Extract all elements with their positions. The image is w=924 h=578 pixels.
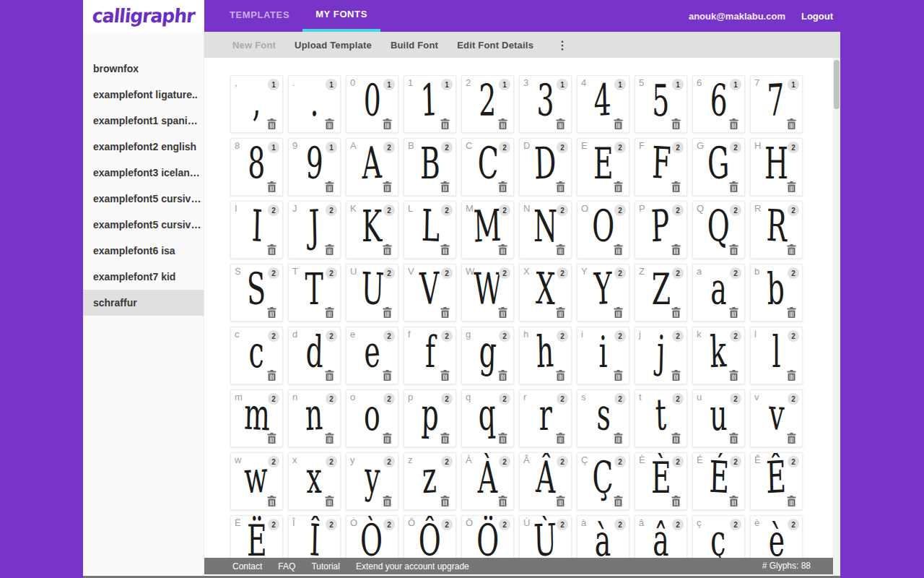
glyph-card[interactable]: f2f bbox=[404, 327, 456, 384]
glyph-card[interactable]: Y2Y bbox=[577, 264, 629, 322]
footer-link-faq[interactable]: FAQ bbox=[278, 561, 295, 571]
sidebar-item-examplefont2-english[interactable]: examplefont2 english bbox=[83, 134, 204, 160]
glyph-card[interactable]: j2j bbox=[635, 327, 687, 384]
glyph-card[interactable]: É2É bbox=[692, 452, 745, 510]
scrollbar-thumb[interactable] bbox=[834, 60, 840, 109]
delete-glyph-button[interactable] bbox=[671, 370, 681, 381]
delete-glyph-button[interactable] bbox=[325, 244, 334, 255]
glyph-card[interactable]: S2S bbox=[230, 264, 283, 322]
glyph-card[interactable]: h2h bbox=[519, 327, 572, 384]
glyph-card[interactable]: À2À bbox=[461, 452, 514, 510]
delete-glyph-button[interactable] bbox=[267, 244, 276, 255]
sidebar-item-schraffur[interactable]: schraffur bbox=[83, 290, 204, 316]
delete-glyph-button[interactable] bbox=[267, 433, 276, 444]
glyph-card[interactable]: g2g bbox=[461, 327, 514, 384]
build-font-button[interactable]: Build Font bbox=[391, 40, 438, 51]
glyph-card[interactable]: D2D bbox=[519, 138, 572, 196]
upload-template-button[interactable]: Upload Template bbox=[295, 40, 372, 51]
delete-glyph-button[interactable] bbox=[614, 307, 623, 318]
glyph-card[interactable]: G2G bbox=[692, 138, 745, 196]
delete-glyph-button[interactable] bbox=[614, 370, 623, 381]
glyph-card[interactable]: r2r bbox=[519, 389, 572, 447]
glyph-card[interactable]: 818 bbox=[230, 138, 283, 196]
logout-button[interactable]: Logout bbox=[801, 11, 833, 22]
delete-glyph-button[interactable] bbox=[267, 118, 276, 129]
glyph-card[interactable]: m2m bbox=[230, 389, 283, 447]
delete-glyph-button[interactable] bbox=[787, 118, 796, 129]
delete-glyph-button[interactable] bbox=[787, 181, 796, 192]
glyph-card[interactable]: F2F bbox=[635, 138, 687, 196]
delete-glyph-button[interactable] bbox=[787, 496, 796, 506]
glyph-card[interactable]: 515 bbox=[635, 75, 687, 133]
glyph-card[interactable]: A2A bbox=[346, 138, 398, 196]
glyph-card[interactable]: H2H bbox=[750, 138, 803, 196]
glyph-card[interactable]: z2z bbox=[404, 452, 456, 510]
footer-link-tutorial[interactable]: Tutorial bbox=[311, 561, 340, 571]
glyph-card[interactable]: ,1, bbox=[230, 75, 283, 133]
glyph-card[interactable]: 010 bbox=[346, 75, 398, 133]
delete-glyph-button[interactable] bbox=[267, 181, 276, 192]
delete-glyph-button[interactable] bbox=[383, 118, 392, 129]
glyph-card[interactable]: i2i bbox=[577, 327, 629, 384]
delete-glyph-button[interactable] bbox=[325, 433, 334, 444]
delete-glyph-button[interactable] bbox=[671, 307, 681, 318]
sidebar-item-examplefont7-kid[interactable]: examplefont7 kid bbox=[83, 264, 204, 290]
delete-glyph-button[interactable] bbox=[671, 181, 681, 192]
sidebar-item-examplefont3-icelan[interactable]: examplefont3 icelan… bbox=[83, 160, 204, 186]
glyph-card[interactable]: w2w bbox=[230, 452, 283, 510]
delete-glyph-button[interactable] bbox=[614, 181, 623, 192]
delete-glyph-button[interactable] bbox=[729, 307, 738, 318]
glyph-card[interactable]: 111 bbox=[404, 75, 456, 133]
delete-glyph-button[interactable] bbox=[556, 370, 565, 381]
tab-templates[interactable]: TEMPLATES bbox=[217, 0, 302, 32]
delete-glyph-button[interactable] bbox=[556, 118, 565, 129]
glyph-card[interactable]: E2E bbox=[577, 138, 629, 196]
glyph-card[interactable]: Â2Â bbox=[519, 452, 572, 510]
delete-glyph-button[interactable] bbox=[383, 181, 392, 192]
glyph-card[interactable]: 717 bbox=[750, 75, 803, 133]
logo[interactable]: calligraphr bbox=[83, 0, 204, 32]
delete-glyph-button[interactable] bbox=[729, 181, 738, 192]
delete-glyph-button[interactable] bbox=[498, 307, 507, 318]
glyph-card[interactable]: M2M bbox=[461, 201, 514, 259]
delete-glyph-button[interactable] bbox=[787, 433, 796, 444]
delete-glyph-button[interactable] bbox=[614, 496, 623, 506]
delete-glyph-button[interactable] bbox=[440, 244, 450, 255]
glyph-card[interactable]: v2v bbox=[750, 389, 803, 447]
glyph-card[interactable]: L2L bbox=[404, 201, 456, 259]
glyph-card[interactable]: u2u bbox=[692, 389, 745, 447]
glyph-card[interactable]: a2a bbox=[692, 264, 745, 322]
footer-link-contact[interactable]: Contact bbox=[232, 561, 262, 571]
delete-glyph-button[interactable] bbox=[787, 370, 796, 381]
delete-glyph-button[interactable] bbox=[729, 244, 738, 255]
footer-link-extend-your-account-upgrade[interactable]: Extend your account upgrade bbox=[356, 561, 469, 571]
glyph-card[interactable]: 414 bbox=[577, 75, 629, 133]
glyph-card[interactable]: O2O bbox=[577, 201, 629, 259]
glyph-card[interactable]: È2È bbox=[635, 452, 687, 510]
glyph-card[interactable]: P2P bbox=[635, 201, 687, 259]
sidebar-item-examplefont5-cursiv[interactable]: examplefont5 cursiv… bbox=[83, 186, 204, 212]
glyph-card[interactable]: I2I bbox=[230, 201, 283, 259]
delete-glyph-button[interactable] bbox=[614, 118, 623, 129]
glyph-card[interactable]: R2R bbox=[750, 201, 803, 259]
glyph-card[interactable]: t2t bbox=[635, 389, 687, 447]
glyph-card[interactable]: x2x bbox=[288, 452, 341, 510]
delete-glyph-button[interactable] bbox=[325, 181, 334, 192]
delete-glyph-button[interactable] bbox=[671, 244, 681, 255]
delete-glyph-button[interactable] bbox=[498, 118, 507, 129]
delete-glyph-button[interactable] bbox=[383, 433, 392, 444]
vertical-scrollbar[interactable] bbox=[833, 58, 840, 578]
delete-glyph-button[interactable] bbox=[671, 118, 681, 129]
delete-glyph-button[interactable] bbox=[671, 496, 681, 506]
glyph-card[interactable]: 313 bbox=[519, 75, 572, 133]
glyph-card[interactable]: o2o bbox=[346, 389, 398, 447]
sidebar-item-examplefont-ligature[interactable]: examplefont ligature.. bbox=[83, 82, 204, 108]
glyph-card[interactable]: c2c bbox=[230, 327, 283, 384]
delete-glyph-button[interactable] bbox=[383, 370, 392, 381]
delete-glyph-button[interactable] bbox=[383, 244, 392, 255]
glyph-card[interactable]: d2d bbox=[288, 327, 341, 384]
glyph-card[interactable]: s2s bbox=[577, 389, 629, 447]
delete-glyph-button[interactable] bbox=[729, 370, 738, 381]
delete-glyph-button[interactable] bbox=[267, 370, 276, 381]
glyph-card[interactable]: p2p bbox=[404, 389, 456, 447]
